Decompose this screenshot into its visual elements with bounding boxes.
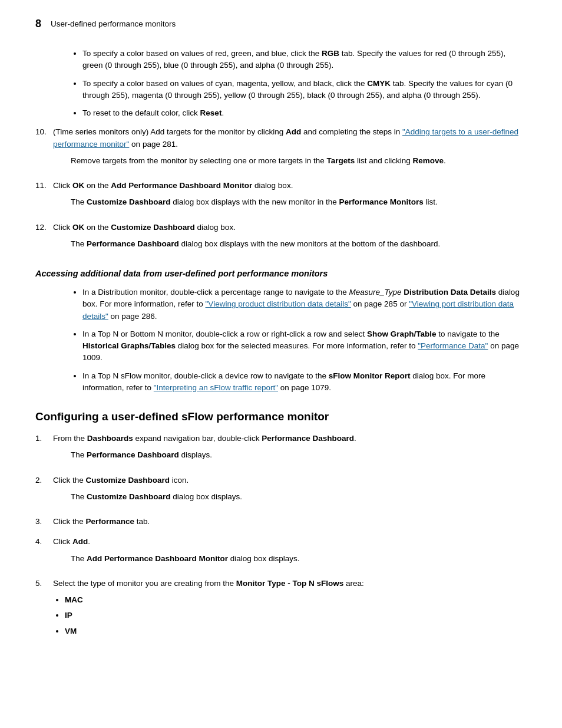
config-s4-text1: Click: [53, 537, 72, 546]
step-12-sub-text2: dialog box displays with the new monitor…: [179, 239, 441, 248]
step-12-text1: Click: [53, 223, 72, 232]
config-s1-sub-text2: displays.: [179, 450, 212, 459]
config-step-2-number: 2.: [35, 475, 53, 508]
config-s3-text2: tab.: [134, 517, 150, 526]
config-step-3: 3. Click the Performance tab.: [35, 516, 527, 528]
configuring-steps-section: 1. From the Dashboards expand navigation…: [35, 433, 527, 641]
step-10-text2: and completing the steps in: [301, 127, 402, 136]
config-s4-sub-bold: Add Performance Dashboard Monitor: [87, 554, 228, 563]
config-s1-text1: From the: [53, 434, 87, 443]
rgb-text-before: To specify a color based on values of re…: [82, 49, 322, 58]
step-11-text3: dialog box.: [252, 181, 293, 190]
config-step-4: 4. Click Add. The Add Performance Dashbo…: [35, 536, 527, 569]
accessing-bullet-section: In a Distribution monitor, double-click …: [71, 286, 527, 394]
step-10-targets-bold: Targets: [326, 156, 355, 165]
step-10-number: 10.: [35, 126, 53, 172]
config-step-5-number: 5.: [35, 578, 53, 641]
config-step-5: 5. Select the type of monitor you are cr…: [35, 578, 527, 641]
config-s1-sub-text1: The: [71, 450, 87, 459]
step-10: 10. (Time series monitors only) Add targ…: [35, 126, 527, 172]
config-s1-dashboards-bold: Dashboards: [87, 434, 133, 443]
step-10-sub-text1: Remove targets from the monitor by selec…: [71, 156, 326, 165]
step-10-remove-bold: Remove: [413, 156, 444, 165]
configuring-section-heading: Configuring a user-defined sFlow perform…: [35, 410, 527, 423]
step-11-perf-bold: Performance Monitors: [339, 197, 423, 206]
rgb-bold: RGB: [322, 49, 339, 58]
config-step-3-number: 3.: [35, 516, 53, 528]
config-s2-sub-bold: Customize Dashboard: [87, 492, 171, 501]
config-s2-customize-bold: Customize Dashboard: [86, 476, 170, 485]
acc-b1-text3: on page 285 or: [351, 299, 409, 308]
config-s5-monitor-bold: Monitor Type - Top N sFlows: [236, 579, 344, 588]
step-10-content: (Time series monitors only) Add targets …: [53, 126, 527, 172]
accessing-bullet-1: In a Distribution monitor, double-click …: [82, 286, 527, 322]
config-step-4-number: 4.: [35, 536, 53, 569]
step-11-number: 11.: [35, 180, 53, 213]
step-11-sub-text2: dialog box displays with the new monitor…: [171, 197, 339, 206]
acc-b1-link1: "Viewing product distribution data detai…: [206, 299, 351, 308]
step-10-text1: (Time series monitors only) Add targets …: [53, 127, 286, 136]
reset-text-before: To reset to the default color, click: [82, 108, 200, 117]
acc-b1-text4: on page 286.: [108, 312, 157, 321]
config-s2-sub-text2: dialog box displays.: [171, 492, 243, 501]
config-step-2-sub: The Customize Dashboard dialog box displ…: [71, 491, 527, 503]
step-11: 11. Click OK on the Add Performance Dash…: [35, 180, 527, 213]
cmyk-bullet-item: To specify a color based on values of cy…: [82, 78, 527, 102]
config-s3-perf-bold: Performance: [86, 517, 135, 526]
step-10-sub-text3: .: [444, 156, 446, 165]
config-s1-perfdb-bold: Performance Dashboard: [262, 434, 354, 443]
step-12-customize-bold: Customize Dashboard: [111, 223, 195, 232]
config-step-1-content: From the Dashboards expand navigation ba…: [53, 433, 527, 466]
acc-b3-text1: In a Top N sFlow monitor, double-click a…: [82, 371, 329, 380]
step-12-ok-bold: OK: [72, 223, 84, 232]
acc-b1-italic: Measure_Type: [349, 288, 402, 297]
accessing-bullet-3: In a Top N sFlow monitor, double-click a…: [82, 370, 527, 394]
config-step-5-content: Select the type of monitor you are creat…: [53, 578, 527, 641]
config-s4-add-bold: Add: [72, 537, 88, 546]
step-11-ok-bold: OK: [72, 181, 84, 190]
step-10-add-bold: Add: [286, 127, 301, 136]
step-11-sub: The Customize Dashboard dialog box displ…: [71, 196, 527, 208]
acc-b3-link1: "Interpreting an sFlow traffic report": [154, 383, 278, 392]
reset-text-after: .: [222, 108, 224, 117]
acc-b2-text1: In a Top N or Bottom N monitor, double-c…: [82, 330, 367, 338]
acc-b3-bold1: sFlow Monitor Report: [329, 371, 411, 380]
accessing-bullet-2: In a Top N or Bottom N monitor, double-c…: [82, 328, 527, 364]
numbered-steps-section: 10. (Time series monitors only) Add targ…: [35, 126, 527, 255]
acc-b2-text2: to navigate to the: [436, 330, 499, 338]
top-bullet-list: To specify a color based on values of re…: [71, 48, 527, 119]
config-step-1-sub: The Performance Dashboard displays.: [71, 449, 527, 461]
mac-bold: MAC: [65, 595, 83, 604]
step-11-text2: on the: [84, 181, 111, 190]
bullet-section-top: To specify a color based on values of re…: [71, 48, 527, 119]
step-10-sub: Remove targets from the monitor by selec…: [71, 155, 527, 167]
accessing-bullet-list: In a Distribution monitor, double-click …: [71, 286, 527, 394]
config-step-5-subbullets: MAC IP VM: [53, 594, 527, 637]
step-11-customize-bold: Customize Dashboard: [87, 197, 171, 206]
step-10-text3: on page 281.: [129, 140, 178, 149]
step-12-text3: dialog box.: [195, 223, 236, 232]
reset-bold: Reset: [200, 108, 222, 117]
step-12-sub-text1: The: [71, 239, 87, 248]
sub-bullet-vm: VM: [65, 625, 527, 637]
config-step-2: 2. Click the Customize Dashboard icon. T…: [35, 475, 527, 508]
step-12-content: Click OK on the Customize Dashboard dial…: [53, 222, 527, 255]
acc-b2-bold2: Historical Graphs/Tables: [82, 341, 176, 350]
step-10-sub-text2: list and clicking: [355, 156, 412, 165]
config-step-3-content: Click the Performance tab.: [53, 516, 527, 528]
page-container: 8 User-defined performance monitors To s…: [0, 0, 562, 728]
config-s4-text2: .: [88, 537, 90, 546]
page-number: 8: [35, 18, 41, 30]
config-s3-text1: Click the: [53, 517, 86, 526]
vm-bold: VM: [65, 627, 77, 635]
sub-bullet-ip: IP: [65, 610, 527, 621]
config-step-4-sub: The Add Performance Dashboard Monitor di…: [71, 553, 527, 565]
acc-b2-link1: "Performance Data": [418, 341, 488, 350]
acc-b1-text1: In a Distribution monitor, double-click …: [82, 288, 349, 297]
step-11-content: Click OK on the Add Performance Dashboar…: [53, 180, 527, 213]
acc-b1-bold1: Distribution Data Details: [402, 288, 497, 297]
config-step-1: 1. From the Dashboards expand navigation…: [35, 433, 527, 466]
sub-bullet-mac: MAC: [65, 594, 527, 606]
step-12: 12. Click OK on the Customize Dashboard …: [35, 222, 527, 255]
config-s1-text3: .: [354, 434, 356, 443]
